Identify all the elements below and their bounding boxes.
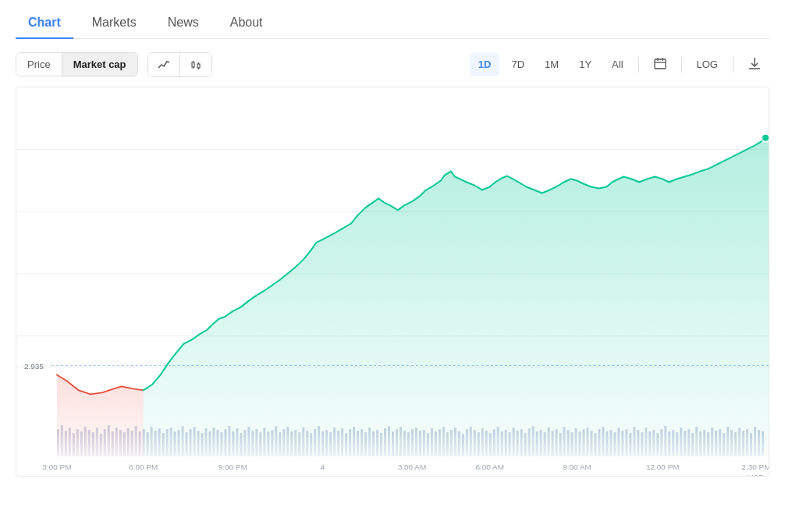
separator-1 xyxy=(638,57,639,73)
line-chart-icon xyxy=(158,59,170,71)
end-dot xyxy=(762,134,769,142)
candle-chart-icon xyxy=(190,59,202,71)
svg-rect-0 xyxy=(192,62,194,67)
chart-container: 2.935 xyxy=(16,87,769,477)
download-icon xyxy=(748,57,761,69)
x-label-1: 3:00 PM xyxy=(42,463,71,471)
controls-row: Price Market cap xyxy=(16,39,769,87)
red-area xyxy=(57,375,144,457)
download-btn[interactable] xyxy=(740,51,769,77)
x-label-7: 9:00 AM xyxy=(563,463,591,471)
green-area xyxy=(144,134,769,456)
controls-right: 1D 7D 1M 1Y All LOG xyxy=(470,51,769,77)
log-btn[interactable]: LOG xyxy=(688,53,726,76)
timeframe-1d-btn[interactable]: 1D xyxy=(470,53,500,76)
timeframe-1m-btn[interactable]: 1M xyxy=(536,53,567,76)
separator-2 xyxy=(681,57,682,73)
tab-news[interactable]: News xyxy=(155,8,211,39)
x-label-2: 6:00 PM xyxy=(129,463,158,471)
chart-type-group xyxy=(147,52,212,77)
candle-chart-btn[interactable] xyxy=(180,53,211,76)
x-label-6: 6:00 AM xyxy=(475,463,504,471)
timeframe-all-btn[interactable]: All xyxy=(603,53,631,76)
timeframe-1y-btn[interactable]: 1Y xyxy=(570,53,600,76)
x-label-3: 9:00 PM xyxy=(218,463,247,471)
chart-svg: 2.935 xyxy=(16,87,769,476)
line-chart-btn[interactable] xyxy=(148,53,180,76)
x-label-5: 3:00 AM xyxy=(398,463,427,471)
market-cap-toggle-btn[interactable]: Market cap xyxy=(62,53,137,76)
separator-3 xyxy=(733,57,733,73)
tab-markets[interactable]: Markets xyxy=(80,8,149,39)
calendar-icon xyxy=(654,57,666,69)
tab-chart[interactable]: Chart xyxy=(16,8,73,39)
svg-rect-6 xyxy=(655,59,666,69)
tab-about[interactable]: About xyxy=(218,8,275,39)
calendar-btn[interactable] xyxy=(645,51,675,77)
x-label-9: 2:30 PM xyxy=(741,463,769,471)
x-label-4: 4 xyxy=(320,463,325,471)
svg-rect-3 xyxy=(197,64,200,68)
currency-label: USD xyxy=(748,473,765,476)
x-label-8: 12:00 PM xyxy=(646,463,680,471)
reference-line-label: 2.935 xyxy=(24,362,44,371)
price-toggle-btn[interactable]: Price xyxy=(16,53,62,76)
tab-bar: Chart Markets News About xyxy=(16,0,769,39)
timeframe-7d-btn[interactable]: 7D xyxy=(503,53,533,76)
metric-toggle: Price Market cap xyxy=(16,52,138,76)
controls-left: Price Market cap xyxy=(16,52,212,77)
